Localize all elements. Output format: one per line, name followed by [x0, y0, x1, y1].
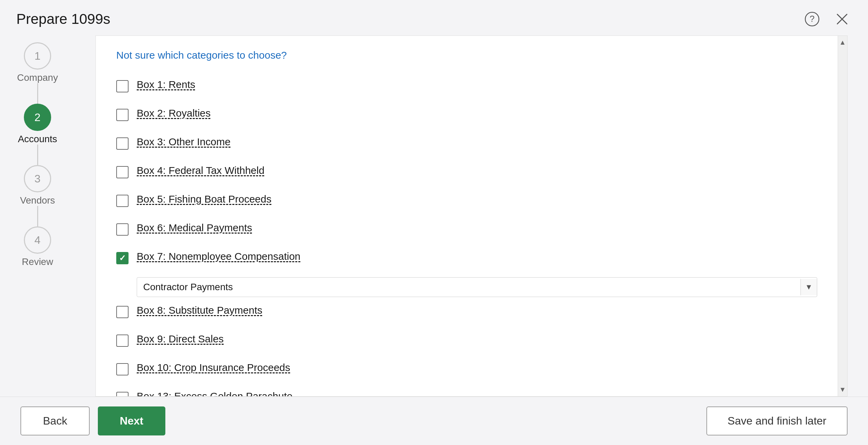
step-1: 1 Company	[17, 42, 58, 83]
main-layout: 1 Company 2 Accounts 3 Vendors	[0, 35, 868, 397]
page-title: Prepare 1099s	[16, 11, 110, 27]
sidebar: 1 Company 2 Accounts 3 Vendors	[0, 35, 75, 397]
content-scroll-wrapper: Not sure which categories to choose? Box…	[95, 35, 848, 397]
box7-section: Box 7: Nonemployee Compensation Contract…	[116, 243, 817, 297]
step-2-circle: 2	[24, 104, 51, 131]
checkbox-box9[interactable]	[116, 335, 129, 347]
checkbox-row-box8: Box 8: Substitute Payments	[116, 297, 817, 326]
checkbox-label-box6[interactable]: Box 6: Medical Payments	[137, 222, 252, 234]
checkbox-row-box2: Box 2: Royalties	[116, 100, 817, 129]
checkbox-label-box9[interactable]: Box 9: Direct Sales	[137, 333, 224, 345]
step-2-label: Accounts	[18, 134, 57, 145]
footer-left: Back Next	[20, 406, 165, 435]
content-area: Not sure which categories to choose? Box…	[75, 35, 868, 397]
box7-dropdown-wrapper: Contractor Payments ▼	[137, 277, 817, 297]
checkbox-label-box1[interactable]: Box 1: Rents	[137, 79, 195, 90]
content-inner[interactable]: Not sure which categories to choose? Box…	[96, 36, 838, 396]
checkbox-list: Box 1: Rents Box 2: Royalties Box 3: Oth…	[116, 71, 817, 396]
checkbox-label-box2[interactable]: Box 2: Royalties	[137, 107, 211, 119]
step-connector-3	[37, 206, 38, 226]
checkbox-label-box8[interactable]: Box 8: Substitute Payments	[137, 305, 263, 316]
checkbox-box3[interactable]	[116, 137, 129, 150]
checkbox-box4[interactable]	[116, 166, 129, 178]
checkbox-box2[interactable]	[116, 109, 129, 121]
svg-text:?: ?	[810, 14, 814, 24]
main-window: Prepare 1099s ? 1	[0, 0, 868, 445]
dropdown-arrow-icon: ▼	[800, 279, 817, 295]
step-1-circle: 1	[24, 42, 51, 70]
footer: Back Next Save and finish later	[0, 397, 868, 445]
checkbox-box1[interactable]	[116, 80, 129, 92]
scrollbar-arrows: ▲ ▼	[838, 36, 847, 396]
help-button[interactable]: ?	[803, 10, 822, 29]
checkbox-row-box7: Box 7: Nonemployee Compensation	[116, 243, 817, 272]
checkbox-row-box13: Box 13: Excess Golden Parachute	[116, 383, 817, 396]
step-connector-1	[37, 83, 38, 104]
checkbox-label-box4[interactable]: Box 4: Federal Tax Withheld	[137, 165, 265, 176]
checkbox-box10[interactable]	[116, 363, 129, 375]
save-finish-later-button[interactable]: Save and finish later	[706, 406, 848, 435]
scroll-up-arrow[interactable]: ▲	[838, 37, 848, 48]
step-connector-2	[37, 145, 38, 165]
step-4-circle: 4	[24, 226, 51, 254]
checkbox-row-box6: Box 6: Medical Payments	[116, 214, 817, 243]
step-1-label: Company	[17, 72, 58, 83]
scroll-down-arrow[interactable]: ▼	[838, 384, 848, 395]
header: Prepare 1099s ?	[0, 0, 868, 35]
checkbox-box6[interactable]	[116, 223, 129, 236]
next-button[interactable]: Next	[98, 406, 165, 435]
close-button[interactable]	[833, 10, 852, 29]
checkbox-row-box10: Box 10: Crop Insurance Proceeds	[116, 354, 817, 383]
step-4: 4 Review	[22, 226, 53, 267]
checkbox-label-box10[interactable]: Box 10: Crop Insurance Proceeds	[137, 362, 290, 373]
checkbox-label-box13[interactable]: Box 13: Excess Golden Parachute	[137, 390, 293, 396]
step-3-circle: 3	[24, 165, 51, 192]
checkbox-box13[interactable]	[116, 392, 129, 396]
checkbox-box5[interactable]	[116, 195, 129, 207]
help-categories-link[interactable]: Not sure which categories to choose?	[116, 49, 287, 61]
checkbox-row-box5: Box 5: Fishing Boat Proceeds	[116, 186, 817, 214]
checkbox-box7[interactable]	[116, 252, 129, 264]
checkbox-row-box4: Box 4: Federal Tax Withheld	[116, 157, 817, 186]
dropdown-selected-value: Contractor Payments	[143, 282, 796, 293]
back-button[interactable]: Back	[20, 406, 90, 435]
step-3: 3 Vendors	[20, 165, 55, 206]
checkbox-box8[interactable]	[116, 306, 129, 318]
contractor-payments-dropdown[interactable]: Contractor Payments ▼	[137, 277, 817, 297]
checkbox-row-box3: Box 3: Other Income	[116, 129, 817, 157]
checkbox-label-box5[interactable]: Box 5: Fishing Boat Proceeds	[137, 193, 271, 205]
step-3-label: Vendors	[20, 195, 55, 206]
step-2: 2 Accounts	[18, 104, 57, 145]
header-icons: ?	[803, 10, 852, 29]
checkbox-row-box1: Box 1: Rents	[116, 71, 817, 100]
checkbox-row-box9: Box 9: Direct Sales	[116, 326, 817, 354]
step-4-label: Review	[22, 256, 53, 267]
checkbox-label-box3[interactable]: Box 3: Other Income	[137, 136, 230, 148]
checkbox-label-box7[interactable]: Box 7: Nonemployee Compensation	[137, 251, 300, 262]
